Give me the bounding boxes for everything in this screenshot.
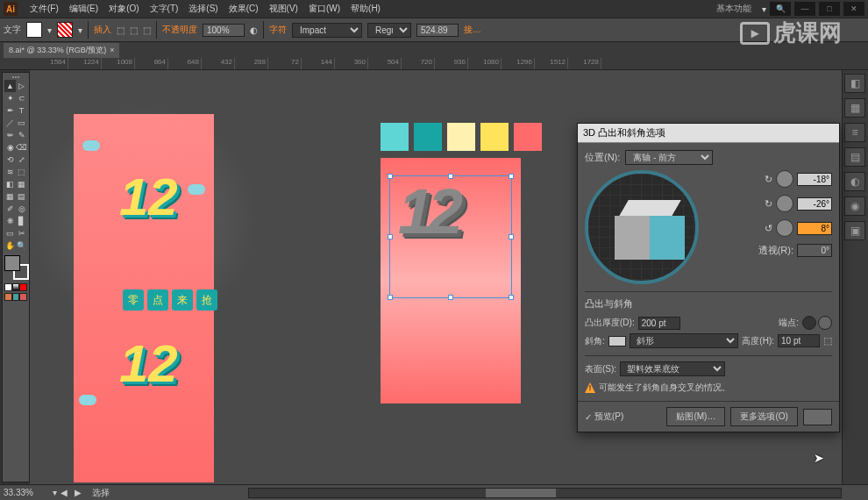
appearance-panel-icon[interactable]: ◉ — [844, 196, 865, 216]
working-artboard[interactable]: 12 — [381, 158, 521, 404]
font-size-input[interactable] — [416, 24, 459, 37]
color-panel-icon[interactable]: ◧ — [844, 74, 865, 93]
angle-y-dial[interactable] — [776, 195, 793, 212]
resize-handle[interactable] — [388, 295, 393, 300]
palette-swatch[interactable] — [480, 123, 509, 151]
transparency-panel-icon[interactable]: ◐ — [844, 172, 865, 191]
pen-tool[interactable]: ✒ — [4, 104, 16, 117]
cap-off-button[interactable] — [818, 316, 832, 330]
angle-z-input[interactable] — [797, 222, 832, 235]
menu-view[interactable]: 视图(V) — [264, 3, 303, 15]
menu-window[interactable]: 窗口(W) — [303, 3, 345, 15]
artboard-tool[interactable]: ▭ — [4, 227, 16, 239]
resize-handle[interactable] — [509, 174, 514, 179]
shape-builder-tool[interactable]: ◧ — [4, 178, 16, 190]
horizontal-scrollbar[interactable] — [248, 488, 842, 498]
resize-handle[interactable] — [509, 234, 514, 239]
search-icon[interactable]: 🔍 — [770, 2, 791, 16]
workspace-chevron-icon[interactable]: ▾ — [762, 4, 766, 14]
direct-select-tool[interactable]: ▷ — [16, 80, 27, 92]
color-mode-buttons[interactable] — [4, 283, 27, 291]
stroke-swatch[interactable] — [57, 22, 73, 38]
perspective-input[interactable] — [797, 244, 832, 257]
rotation-cube-preview[interactable] — [585, 170, 699, 284]
anchor-btn3[interactable]: ⬚ — [143, 25, 151, 35]
angle-z-dial[interactable] — [776, 219, 793, 237]
resize-handle[interactable] — [448, 295, 453, 300]
dialog-titlebar[interactable]: 3D 凸出和斜角选项 — [578, 124, 839, 143]
gradient-panel-icon[interactable]: ▤ — [844, 147, 865, 167]
free-transform-tool[interactable]: ⬚ — [16, 166, 27, 178]
3d-extrude-dialog[interactable]: 3D 凸出和斜角选项 位置(N): 离轴 - 前方 ↻ — [577, 123, 840, 432]
blend-tool[interactable]: ◎ — [16, 203, 27, 215]
fill-chevron-icon[interactable]: ▾ — [47, 25, 52, 35]
opacity-input[interactable] — [203, 24, 245, 37]
minimize-icon[interactable]: — — [794, 2, 815, 16]
bevel-select[interactable]: 斜形 — [630, 333, 739, 348]
menu-type[interactable]: 文字(T) — [145, 3, 184, 15]
rect-tool[interactable]: ▭ — [16, 117, 27, 129]
selection-bounding-box[interactable] — [389, 175, 512, 298]
document-tab[interactable]: 8.ai* @ 33.33% (RGB/预览) × — [4, 43, 119, 58]
ok-button[interactable] — [803, 409, 832, 425]
screen-mode-buttons[interactable] — [4, 293, 27, 301]
fill-swatch[interactable] — [26, 22, 42, 38]
symbol-tool[interactable]: ❋ — [4, 215, 16, 227]
scale-tool[interactable]: ⤢ — [16, 154, 27, 166]
map-art-button[interactable]: 贴图(M)… — [666, 407, 725, 426]
slice-tool[interactable]: ✂ — [16, 227, 27, 239]
width-tool[interactable]: ≋ — [4, 166, 16, 178]
position-select[interactable]: 离轴 - 前方 — [625, 150, 713, 165]
zoom-tool[interactable]: 🔍 — [16, 239, 27, 252]
close-icon[interactable]: ✕ — [843, 2, 864, 16]
mesh-tool[interactable]: ▦ — [4, 190, 16, 203]
artboard-nav-next-icon[interactable]: ▶ — [71, 488, 85, 497]
eyedropper-tool[interactable]: ✐ — [4, 203, 16, 215]
angle-x-dial[interactable] — [776, 170, 793, 188]
zoom-level[interactable]: 33.33% — [0, 488, 53, 497]
more-options-button[interactable]: 更多选项(O) — [730, 407, 797, 426]
graph-tool[interactable]: ▊ — [16, 215, 27, 227]
height-input[interactable] — [778, 334, 820, 347]
type-tool[interactable]: T — [16, 104, 27, 117]
menu-object[interactable]: 对象(O) — [103, 3, 144, 15]
hand-tool[interactable]: ✋ — [4, 239, 16, 252]
font-style-select[interactable]: Regu… — [367, 23, 411, 38]
resize-handle[interactable] — [388, 174, 393, 179]
perspective-tool[interactable]: ▦ — [16, 178, 27, 190]
eraser-tool[interactable]: ⌫ — [16, 141, 27, 154]
anchor-btn2[interactable]: ⬚ — [130, 25, 138, 35]
stroke-panel-icon[interactable]: ≡ — [844, 123, 865, 142]
depth-input[interactable] — [638, 317, 680, 330]
palette-swatch[interactable] — [381, 123, 409, 151]
palette-swatch[interactable] — [447, 123, 475, 151]
surface-select[interactable]: 塑料效果底纹 — [620, 361, 725, 376]
stroke-chevron-icon[interactable]: ▾ — [78, 25, 82, 35]
palette-swatch[interactable] — [414, 123, 442, 151]
line-tool[interactable]: ／ — [4, 117, 16, 129]
bevel-direction-icon[interactable]: ⬚ — [823, 335, 832, 346]
gradient-tool[interactable]: ▤ — [16, 190, 27, 203]
preview-checkbox[interactable]: ✓预览(P) — [585, 411, 623, 423]
resize-handle[interactable] — [388, 234, 393, 239]
rotate-tool[interactable]: ⟲ — [4, 154, 16, 166]
artboard-nav-prev-icon[interactable]: ◀ — [57, 488, 71, 497]
menu-edit[interactable]: 编辑(E) — [64, 3, 103, 15]
scroll-thumb[interactable] — [486, 489, 556, 497]
pencil-tool[interactable]: ✎ — [16, 129, 27, 141]
resize-handle[interactable] — [448, 174, 453, 179]
workspace-selector[interactable]: 基本功能 — [709, 3, 758, 15]
swatches-panel-icon[interactable]: ▦ — [844, 98, 865, 118]
anchor-btn1[interactable]: ⬚ — [117, 25, 125, 35]
angle-x-input[interactable] — [797, 173, 832, 186]
angle-y-input[interactable] — [797, 197, 832, 211]
tab-close-icon[interactable]: × — [110, 46, 114, 54]
style-icon[interactable]: ◐ — [250, 25, 258, 35]
font-select[interactable]: Impact — [292, 23, 362, 38]
blob-tool[interactable]: ◉ — [4, 141, 16, 154]
menu-file[interactable]: 文件(F) — [25, 3, 64, 15]
layers-panel-icon[interactable]: ▣ — [844, 221, 865, 240]
lasso-tool[interactable]: ⊂ — [16, 92, 27, 104]
selection-tool[interactable]: ▲ — [4, 80, 16, 92]
menu-effect[interactable]: 效果(C) — [224, 3, 264, 15]
